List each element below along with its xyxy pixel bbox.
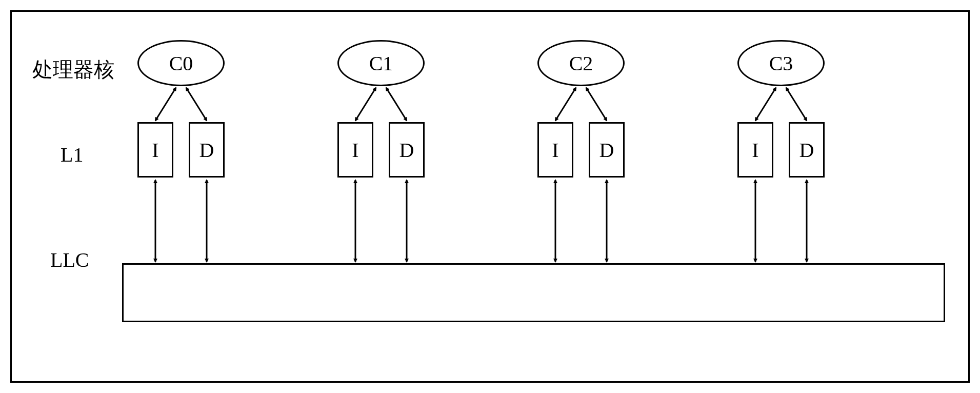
arrow-c2-to-i: [555, 88, 576, 121]
diagram-frame: 处理器核 L1 LLC C0 I D C1 I D C2 I D C3 I D: [10, 10, 970, 383]
arrow-c0-to-d: [186, 88, 207, 121]
arrow-c1-to-i: [355, 88, 376, 121]
arrow-c2-to-d: [586, 88, 607, 121]
arrow-c0-to-i: [155, 88, 176, 121]
arrow-c3-to-i: [755, 88, 776, 121]
arrow-c1-to-d: [386, 88, 407, 121]
arrows-layer: [12, 12, 971, 384]
arrow-c3-to-d: [786, 88, 807, 121]
